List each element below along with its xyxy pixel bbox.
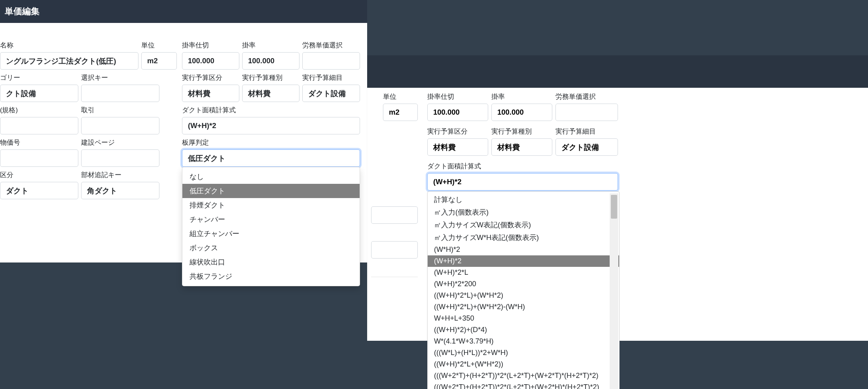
r-input-hidden1[interactable] [371, 206, 418, 224]
formula-option[interactable]: ((W+H)*2*L)+(W*H*2) [428, 290, 619, 301]
input-area-formula[interactable] [182, 117, 360, 134]
input-price-no[interactable] [0, 149, 78, 167]
label-rate-div: 掛率仕切 [182, 41, 239, 50]
r-label-exec-div: 実行予算区分 [427, 127, 488, 136]
label-spec: (規格) [0, 106, 78, 115]
r-label-exec-type: 実行予算種別 [491, 127, 552, 136]
thickness-option[interactable]: 排煙ダクト [182, 198, 360, 212]
label-select-key: 選択キー [81, 74, 159, 82]
input-labor-unit[interactable] [302, 52, 360, 70]
thickness-option[interactable]: 線状吹出口 [182, 255, 360, 269]
r-input-area-formula[interactable] [427, 173, 618, 191]
input-select-key[interactable] [81, 85, 159, 102]
label-const-page: 建設ページ [81, 138, 159, 147]
formula-option[interactable]: ((W+H)*2*L+(W*H*2)) [428, 359, 619, 370]
label-unit: 単位 [141, 41, 177, 50]
label-area-formula: ダクト面積計算式 [182, 106, 360, 115]
formula-option[interactable]: (W+H)*2*200 [428, 278, 619, 290]
formula-option[interactable]: ㎡入力サイズW表記(個数表示) [428, 219, 619, 231]
input-unit[interactable] [141, 52, 177, 70]
label-name: 名称 [0, 41, 138, 50]
input-rate[interactable] [242, 52, 299, 70]
r-input-rate-div[interactable] [427, 104, 488, 121]
formula-option[interactable]: (W+H)*2*L [428, 267, 619, 278]
label-section: 区分 [0, 171, 78, 179]
input-part-key[interactable] [81, 182, 159, 199]
r-label-labor-unit: 労務単価選択 [555, 93, 618, 101]
input-const-page[interactable] [81, 149, 159, 167]
formula-option[interactable]: (((W+2*T)+(H+2*T))*2*(L+2*T)+(W+2*H)*(H+… [428, 381, 619, 389]
formula-dropdown[interactable]: 計算なし㎡入力(個数表示)㎡入力サイズW表記(個数表示)㎡入力サイズW*H表記(… [427, 191, 620, 389]
input-category[interactable] [0, 85, 78, 102]
modal-title: 単価編集 [0, 0, 367, 23]
formula-option[interactable]: (((W+2*T)+(H+2*T))*2*(L+2*T)+(W+2*T)*(H+… [428, 370, 619, 381]
input-section[interactable] [0, 182, 78, 199]
formula-option[interactable]: (W+H)*2 [428, 255, 619, 267]
r-input-unit[interactable] [383, 104, 418, 121]
input-exec-type[interactable] [242, 85, 299, 102]
r-label-unit: 単位 [383, 93, 418, 101]
thickness-option[interactable]: ボックス [182, 241, 360, 255]
formula-option[interactable]: ㎡入力サイズW*H表記(個数表示) [428, 231, 619, 244]
formula-option[interactable]: W*(4.1*W+3.79*H) [428, 336, 619, 347]
label-part-key: 部材追記キー [81, 171, 159, 179]
thickness-option[interactable]: なし [182, 170, 360, 184]
thickness-option[interactable]: チャンバー [182, 212, 360, 227]
r-input-hidden2[interactable] [371, 241, 418, 259]
r-input-rate[interactable] [491, 104, 552, 121]
thickness-option[interactable]: 共板フランジ [182, 269, 360, 283]
r-label-rate: 掛率 [491, 93, 552, 101]
label-price-no: 物価号 [0, 138, 78, 147]
formula-option[interactable]: (((W*L)+(H*L))*2+W*H) [428, 347, 619, 359]
input-exec-detail[interactable] [302, 85, 360, 102]
label-thickness: 板厚判定 [182, 138, 360, 147]
input-transaction[interactable] [81, 117, 159, 134]
formula-option[interactable]: ㎡入力(個数表示) [428, 206, 619, 219]
thickness-option[interactable]: 低圧ダクト [182, 184, 360, 198]
formula-option[interactable]: W+H+L+350 [428, 313, 619, 324]
r-input-exec-type[interactable] [491, 138, 552, 156]
r-label-rate-div: 掛率仕切 [427, 93, 488, 101]
formula-option[interactable]: 計算なし [428, 193, 619, 206]
r-input-labor-unit[interactable] [555, 104, 618, 121]
label-exec-type: 実行予算種別 [242, 74, 299, 82]
thickness-option[interactable]: 組立チャンバー [182, 227, 360, 241]
label-rate: 掛率 [242, 41, 299, 50]
input-rate-div[interactable] [182, 52, 239, 70]
label-category: ゴリー [0, 74, 78, 82]
input-name[interactable] [0, 52, 138, 70]
label-transaction: 取引 [81, 106, 159, 115]
thickness-dropdown[interactable]: なし低圧ダクト排煙ダクトチャンバー組立チャンバーボックス線状吹出口共板フランジ [182, 167, 360, 286]
label-exec-detail: 実行予算細目 [302, 74, 360, 82]
input-thickness[interactable] [182, 149, 360, 167]
scrollbar-thumb[interactable] [611, 195, 617, 219]
formula-option[interactable]: (W*H)*2 [428, 244, 619, 255]
label-exec-div: 実行予算区分 [182, 74, 239, 82]
scrollbar[interactable] [610, 193, 618, 389]
r-label-exec-detail: 実行予算細目 [555, 127, 618, 136]
r-label-area-formula: ダクト面積計算式 [427, 162, 868, 171]
formula-option[interactable]: ((W+H)*2)+(D*4) [428, 324, 619, 336]
input-exec-div[interactable] [182, 85, 239, 102]
formula-option[interactable]: ((W+H)*2*L)+(W*H*2)-(W*H) [428, 301, 619, 313]
input-spec[interactable] [0, 117, 78, 134]
r-input-exec-div[interactable] [427, 138, 488, 156]
r-input-exec-detail[interactable] [555, 138, 618, 156]
label-labor-unit: 労務単価選択 [302, 41, 360, 50]
